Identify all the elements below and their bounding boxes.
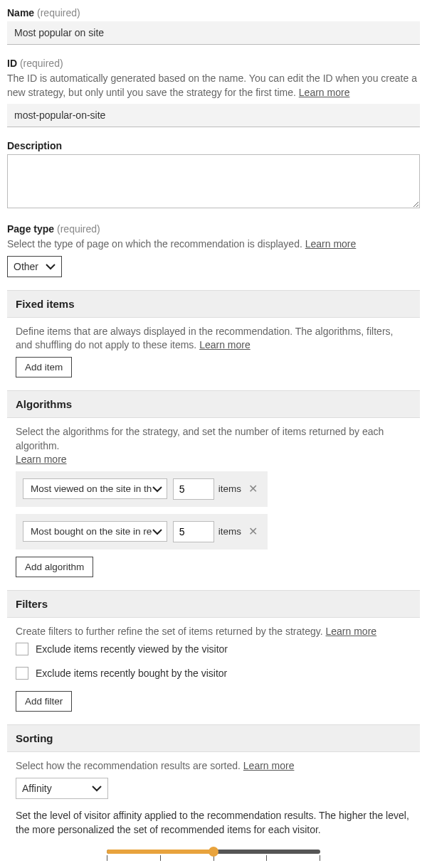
chevron-down-icon: [152, 528, 162, 535]
algorithms-help-text: Select the algorithms for the strategy, …: [16, 426, 384, 451]
sorting-header: Sorting: [7, 724, 420, 752]
id-learn-more-link[interactable]: Learn more: [299, 87, 350, 98]
algorithm-select[interactable]: Most viewed on the site in the past: [23, 478, 167, 499]
affinity-slider[interactable]: [107, 850, 320, 854]
close-icon: ✕: [248, 525, 258, 537]
filters-learn-more-link[interactable]: Learn more: [326, 626, 377, 637]
name-label: Name: [7, 7, 34, 18]
filters-body: Create filters to further refine the set…: [7, 625, 420, 725]
fixed-items-header: Fixed items: [7, 290, 420, 318]
page-type-required: (required): [57, 223, 100, 235]
filters-help-text: Create filters to further refine the set…: [16, 626, 323, 637]
sorting-body: Select how the recommendation results ar…: [7, 759, 420, 868]
affinity-slider-fill: [107, 850, 214, 854]
chevron-down-icon: [92, 785, 102, 792]
sorting-select-text: Affinity: [22, 783, 52, 794]
filters-header: Filters: [7, 590, 420, 618]
filter-option-label: Exclude items recently viewed by the vis…: [36, 643, 228, 655]
algorithms-header: Algorithms: [7, 390, 420, 418]
id-label: ID: [7, 58, 17, 69]
algorithm-unit-label: items: [218, 483, 241, 494]
chevron-down-icon: [46, 263, 56, 270]
filter-checkbox[interactable]: [16, 643, 28, 655]
filters-help: Create filters to further refine the set…: [16, 625, 411, 639]
id-label-row: ID (required): [7, 58, 420, 69]
slider-tick: [266, 855, 267, 861]
page-type-select[interactable]: Other: [7, 256, 62, 277]
name-input[interactable]: [7, 21, 420, 45]
chevron-down-icon: [152, 486, 162, 493]
id-help-text: The ID is automatically generated based …: [7, 73, 417, 98]
page-type-help-text: Select the type of page on which the rec…: [7, 238, 302, 250]
close-icon: ✕: [248, 483, 258, 495]
description-field-group: Description: [7, 140, 420, 210]
algorithms-body: Select the algorithms for the strategy, …: [7, 425, 420, 590]
page-type-help: Select the type of page on which the rec…: [7, 237, 420, 252]
id-field-group: ID (required) The ID is automatically ge…: [7, 58, 420, 127]
page-type-select-text: Other: [14, 261, 38, 272]
algorithm-count-input[interactable]: [173, 478, 214, 500]
filter-option-row: Exclude items recently bought by the vis…: [16, 667, 411, 680]
name-field-group: Name (required): [7, 7, 420, 45]
sorting-help: Select how the recommendation results ar…: [16, 759, 411, 773]
page-type-field-group: Page type (required) Select the type of …: [7, 223, 420, 277]
algorithm-row: Most bought on the site in recent items …: [16, 514, 268, 550]
fixed-items-body: Define items that are always displayed i…: [7, 325, 420, 390]
sorting-learn-more-link[interactable]: Learn more: [243, 760, 295, 771]
algorithm-select[interactable]: Most bought on the site in recent: [23, 521, 167, 542]
description-label-row: Description: [7, 140, 420, 151]
affinity-help: Set the level of visitor affinity applie…: [16, 809, 411, 837]
slider-tick: [160, 855, 161, 861]
page-type-label: Page type: [7, 223, 54, 235]
slider-tick: [107, 855, 107, 861]
filter-option-row: Exclude items recently viewed by the vis…: [16, 643, 411, 655]
description-label: Description: [7, 140, 62, 151]
description-textarea[interactable]: [7, 154, 420, 208]
fixed-items-help: Define items that are always displayed i…: [16, 325, 411, 353]
sorting-select[interactable]: Affinity: [16, 778, 108, 799]
algorithms-help: Select the algorithms for the strategy, …: [16, 425, 411, 467]
affinity-slider-wrap: [107, 850, 320, 861]
slider-tick: [320, 855, 320, 861]
algorithm-count-input[interactable]: [173, 521, 214, 542]
id-input[interactable]: [7, 104, 420, 127]
fixed-items-learn-more-link[interactable]: Learn more: [199, 339, 251, 350]
add-filter-button[interactable]: Add filter: [16, 691, 72, 712]
page-type-label-row: Page type (required): [7, 223, 420, 235]
add-algorithm-button[interactable]: Add algorithm: [16, 557, 93, 577]
algorithms-learn-more-link[interactable]: Learn more: [16, 454, 67, 465]
name-required: (required): [37, 7, 80, 18]
algorithm-row: Most viewed on the site in the past item…: [16, 471, 268, 507]
add-item-button[interactable]: Add item: [16, 357, 72, 377]
filter-option-label: Exclude items recently bought by the vis…: [36, 668, 227, 679]
filter-checkbox[interactable]: [16, 667, 28, 680]
remove-algorithm-button[interactable]: ✕: [246, 526, 260, 537]
id-help: The ID is automatically generated based …: [7, 72, 420, 100]
algorithm-select-text: Most bought on the site in recent: [31, 526, 152, 537]
algorithm-unit-label: items: [218, 526, 241, 537]
page-type-learn-more-link[interactable]: Learn more: [305, 238, 357, 250]
name-label-row: Name (required): [7, 7, 420, 18]
id-required: (required): [20, 58, 63, 69]
sorting-help-text: Select how the recommendation results ar…: [16, 760, 241, 771]
algorithm-select-text: Most viewed on the site in the past: [31, 483, 152, 494]
remove-algorithm-button[interactable]: ✕: [246, 483, 260, 495]
